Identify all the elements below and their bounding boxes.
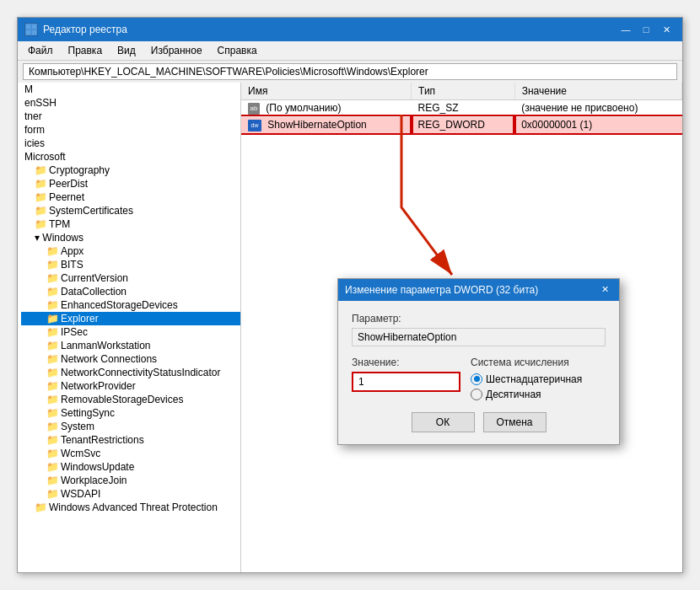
system-label: Система исчисления <box>471 357 606 368</box>
tree-item-windows[interactable]: ▾ Windows <box>21 231 240 244</box>
tree-item-settingsync[interactable]: 📁SettingSync <box>21 406 240 420</box>
tree-item-appx[interactable]: 📁Appx <box>21 244 240 258</box>
tree-item-tenantrestrictions[interactable]: 📁TenantRestrictions <box>21 433 240 447</box>
registry-values-panel: Имя Тип Значение ab (По умолчанию) REG_S… <box>241 83 682 572</box>
radio-decimal-dot <box>471 389 482 400</box>
menu-edit[interactable]: Правка <box>62 43 110 58</box>
cancel-button[interactable]: Отмена <box>483 412 547 432</box>
tree-item-tpm[interactable]: 📁TPM <box>21 217 240 231</box>
dialog-close-button[interactable]: ✕ <box>597 283 612 297</box>
radio-hex-label: Шестнадцатеричная <box>486 373 582 385</box>
value-input[interactable] <box>352 372 460 392</box>
tree-item-networkconnectivity[interactable]: 📁NetworkConnectivityStatusIndicator <box>21 366 240 379</box>
menu-bar: Файл Правка Вид Избранное Справка <box>18 41 682 61</box>
menu-favorites[interactable]: Избранное <box>144 43 209 58</box>
tree-item-lanmanworkstation[interactable]: 📁LanmanWorkstation <box>21 339 240 352</box>
registry-editor-window: Редактор реестра — □ ✕ Файл Правка Вид И… <box>17 17 683 573</box>
dialog-overlay: Изменение параметра DWORD (32 бита) ✕ Па… <box>241 83 682 572</box>
tree-item-wcmsvc[interactable]: 📁WcmSvc <box>21 447 240 460</box>
value-label: Значение: <box>352 357 460 368</box>
radio-hex-dot <box>471 373 482 385</box>
tree-item-watp[interactable]: 📁Windows Advanced Threat Protection <box>21 501 240 514</box>
main-area: M enSSH tner form icies Microsoft 📁Crypt… <box>18 83 682 572</box>
tree-item-datacollection[interactable]: 📁DataCollection <box>21 285 240 298</box>
tree-item-enssh[interactable]: enSSH <box>21 96 240 110</box>
radio-group: Шестнадцатеричная Десятичная <box>471 373 606 400</box>
dialog-row: Значение: Система исчисления Шестнадцате… <box>352 357 606 400</box>
tree-panel: M enSSH tner form icies Microsoft 📁Crypt… <box>18 83 241 572</box>
svg-rect-1 <box>32 24 36 29</box>
radio-decimal-label: Десятичная <box>486 389 541 400</box>
dword-edit-dialog: Изменение параметра DWORD (32 бита) ✕ Па… <box>337 278 620 445</box>
param-value-input[interactable] <box>352 328 606 346</box>
ok-button[interactable]: ОК <box>412 412 475 432</box>
minimize-button[interactable]: — <box>617 22 635 37</box>
value-col: Значение: <box>352 357 460 392</box>
tree-root: M enSSH tner form icies Microsoft 📁Crypt… <box>18 83 240 514</box>
tree-item-currentversion[interactable]: 📁CurrentVersion <box>21 271 240 285</box>
maximize-button[interactable]: □ <box>637 22 655 37</box>
menu-file[interactable]: Файл <box>21 43 60 58</box>
dialog-buttons: ОК Отмена <box>352 412 606 432</box>
tree-item-explorer[interactable]: 📁Explorer <box>21 312 240 325</box>
title-controls: — □ ✕ <box>617 22 676 37</box>
tree-item-ipsec[interactable]: 📁IPSec <box>21 325 240 339</box>
tree-item-m[interactable]: M <box>21 83 240 96</box>
tree-item-windowsupdate[interactable]: 📁WindowsUpdate <box>21 460 240 474</box>
tree-item-enhancedstoragedevices[interactable]: 📁EnhancedStorageDevices <box>21 298 240 312</box>
tree-item-system[interactable]: 📁System <box>21 420 240 433</box>
param-label: Параметр: <box>352 313 606 324</box>
svg-rect-0 <box>26 24 30 29</box>
title-bar-left: Редактор реестра <box>24 23 127 36</box>
tree-item-removablestoragedevices[interactable]: 📁RemovableStorageDevices <box>21 393 240 406</box>
tree-item-icies[interactable]: icies <box>21 137 240 150</box>
address-bar[interactable]: Компьютер\HKEY_LOCAL_MACHINE\SOFTWARE\Po… <box>23 63 677 80</box>
tree-item-tner[interactable]: tner <box>21 110 240 123</box>
svg-rect-3 <box>32 30 36 35</box>
tree-item-form[interactable]: form <box>21 123 240 137</box>
radio-hex[interactable]: Шестнадцатеричная <box>471 373 606 385</box>
menu-help[interactable]: Справка <box>211 43 264 58</box>
svg-rect-2 <box>26 30 30 35</box>
title-bar: Редактор реестра — □ ✕ <box>18 18 682 41</box>
tree-item-network-connections[interactable]: 📁Network Connections <box>21 352 240 366</box>
dialog-title-bar: Изменение параметра DWORD (32 бита) ✕ <box>338 279 619 301</box>
tree-item-peernet[interactable]: 📁Peernet <box>21 190 240 204</box>
app-icon <box>24 23 38 36</box>
menu-view[interactable]: Вид <box>110 43 143 58</box>
tree-item-bits[interactable]: 📁BITS <box>21 258 240 271</box>
dialog-title: Изменение параметра DWORD (32 бита) <box>345 284 538 296</box>
tree-item-peerdist[interactable]: 📁PeerDist <box>21 177 240 190</box>
close-button[interactable]: ✕ <box>657 22 676 37</box>
radio-decimal[interactable]: Десятичная <box>471 389 606 400</box>
tree-item-cryptography[interactable]: 📁Cryptography <box>21 164 240 177</box>
system-col: Система исчисления Шестнадцатеричная Дес… <box>471 357 606 400</box>
tree-item-wsdapi[interactable]: 📁WSDAPI <box>21 487 240 501</box>
tree-item-microsoft[interactable]: Microsoft <box>21 150 240 164</box>
tree-item-workplacejoin[interactable]: 📁WorkplaceJoin <box>21 474 240 487</box>
dialog-body: Параметр: Значение: Система исчисления <box>338 301 619 444</box>
tree-item-networkprovider[interactable]: 📁NetworkProvider <box>21 379 240 393</box>
window-title: Редактор реестра <box>43 24 127 35</box>
tree-item-systemcertificates[interactable]: 📁SystemCertificates <box>21 204 240 217</box>
